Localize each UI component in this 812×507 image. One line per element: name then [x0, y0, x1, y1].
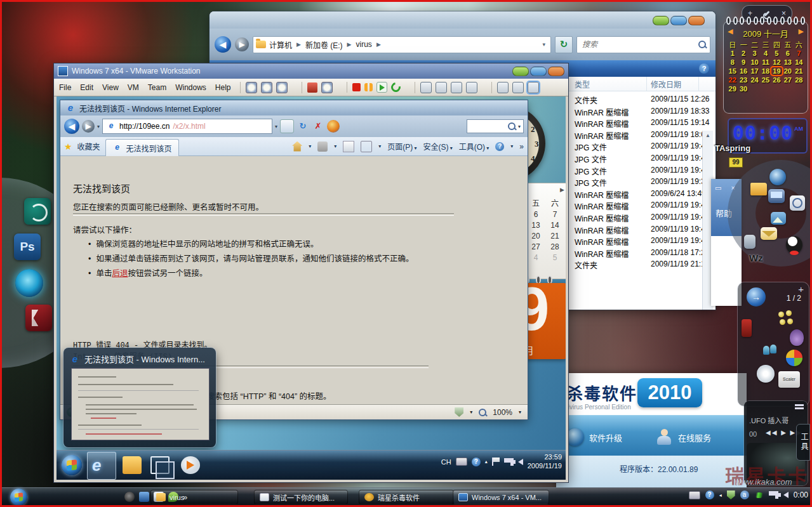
vm-calendar-next-icon[interactable]: ▶	[560, 187, 564, 193]
taskbar-button[interactable]: 瑞星杀毒软件	[359, 490, 454, 504]
rss-icon[interactable]	[317, 142, 328, 152]
calendar-date[interactable]: 28	[794, 76, 804, 84]
history-dropdown-icon[interactable]: ▾	[97, 124, 100, 129]
calendar-date[interactable]: 4	[760, 49, 771, 57]
quicklaunch-icon-2[interactable]	[139, 492, 149, 502]
calendar-date[interactable]: 8	[727, 58, 738, 66]
console-view-icon[interactable]	[420, 82, 432, 93]
help-icon[interactable]: ?	[472, 458, 481, 466]
qq-icon[interactable]	[786, 236, 802, 254]
explorer-titlebar[interactable]	[210, 11, 715, 29]
pager-next-button[interactable]: →	[747, 287, 766, 306]
power-on-icon[interactable]	[376, 82, 387, 93]
breadcrumb-segment[interactable]: virus	[354, 40, 374, 49]
maximize-button[interactable]	[530, 67, 547, 76]
calendar-date[interactable]: 17	[749, 67, 760, 75]
calendar-gadget[interactable]: ◀ 2009 十一月 ▶ 日一二三四五六 1234567891011121314…	[724, 22, 808, 113]
calendar-date[interactable]: 18	[760, 67, 771, 75]
calendar-date[interactable]: 27	[782, 76, 793, 84]
suspend-icon[interactable]	[364, 83, 373, 91]
breadcrumb-segment[interactable]: 计算机	[267, 39, 294, 50]
calendar-date[interactable]: 22	[727, 76, 738, 84]
mail-icon[interactable]	[343, 141, 354, 152]
fullscreen-icon[interactable]	[436, 82, 447, 93]
recycle-icon[interactable]	[744, 235, 755, 249]
vm-taskbar-ie[interactable]: e	[87, 452, 116, 480]
search-box[interactable]	[576, 36, 710, 53]
taskbar-button[interactable]: virus	[150, 490, 238, 504]
ie-menu[interactable]: 安全(S) ▾	[423, 141, 452, 152]
help-icon[interactable]: ?	[705, 491, 714, 499]
vm-start-button[interactable]	[62, 455, 82, 475]
ie-help-icon[interactable]: ?	[495, 142, 504, 151]
windows-tool-icon[interactable]	[786, 350, 802, 366]
vmware-menu-team[interactable]: Team	[148, 83, 166, 92]
calendar-date[interactable]: 26	[771, 76, 782, 84]
browser-icon[interactable]	[769, 169, 786, 185]
revert-snapshot-icon[interactable]	[261, 82, 272, 93]
vm-cal-date[interactable]: 6	[526, 210, 545, 219]
badge-99[interactable]: 99	[729, 157, 743, 168]
vm-taskbar-explorer[interactable]	[123, 456, 142, 474]
photoshop-icon[interactable]: Ps	[14, 234, 41, 260]
calendar-date[interactable]: 12	[771, 58, 782, 66]
back-link[interactable]: 后退	[112, 269, 128, 278]
vm-taskbar-media-player[interactable]	[181, 456, 200, 474]
address-bar[interactable]: e http://109ee.cn/x2/x.html	[102, 119, 272, 134]
vm-cal-date[interactable]: 7	[545, 210, 564, 219]
ie-back-button[interactable]: ◀	[64, 119, 79, 134]
playlist-icon[interactable]	[795, 404, 804, 411]
search-dropdown-icon[interactable]: ▾	[518, 124, 521, 129]
calendar-date[interactable]: 19	[771, 67, 782, 75]
prev-track-icon[interactable]: ◀◀	[766, 429, 778, 436]
power-off-icon[interactable]	[352, 83, 361, 91]
blue-orb-icon[interactable]	[15, 269, 43, 297]
search-icon[interactable]	[698, 41, 706, 48]
unity-icon[interactable]	[451, 82, 462, 93]
vmware-titlebar[interactable]: Windows 7 x64 - VMware Workstation	[54, 63, 568, 79]
breadcrumb-arrow-icon[interactable]: ▶	[374, 41, 383, 48]
calendar-date[interactable]: 13	[782, 58, 793, 66]
calendar-date[interactable]: 15	[727, 67, 738, 75]
compatibility-icon[interactable]	[280, 119, 294, 133]
snapshot-icon[interactable]	[246, 82, 257, 93]
multimon-icon[interactable]	[466, 82, 477, 93]
breadcrumb-arrow-icon[interactable]: ▶	[345, 41, 354, 48]
dots-tool-icon[interactable]	[777, 310, 796, 329]
vm-taskbar-windows[interactable]	[150, 456, 170, 474]
calendar-date[interactable]: 5	[771, 49, 782, 57]
image-viewer-icon[interactable]	[790, 195, 805, 211]
calendar-date[interactable]: 20	[782, 67, 793, 75]
vm-cal-date[interactable]: 21	[545, 232, 564, 240]
calendar-date[interactable]: 2	[738, 49, 749, 57]
pictures-icon[interactable]	[771, 212, 786, 225]
vm-cal-date[interactable]: 28	[545, 242, 564, 251]
calendar-date[interactable]: 3	[749, 49, 760, 57]
maximize-button[interactable]	[670, 16, 687, 25]
ie-menu[interactable]: 工具(O) ▾	[459, 141, 489, 152]
pager-add-icon[interactable]: +	[798, 284, 804, 294]
back-button[interactable]: ◀	[215, 36, 231, 53]
network-icon[interactable]	[504, 458, 514, 466]
vmware-menu-windows[interactable]: Windows	[175, 83, 206, 92]
breadcrumb-segment[interactable]: 新加卷 (E:)	[303, 39, 345, 50]
speaker-icon[interactable]	[783, 492, 789, 498]
console-tab-icon[interactable]	[528, 82, 539, 93]
summary-view-icon[interactable]	[497, 82, 509, 93]
ie-titlebar[interactable]: e 无法找到该页 - Windows Internet Explorer	[60, 100, 528, 115]
calendar-date[interactable]: 23	[738, 76, 749, 84]
calendar-date[interactable]: 6	[782, 49, 793, 57]
appliance-view-icon[interactable]	[512, 82, 524, 93]
taskbar-button[interactable]: 测试一下你的电脑...	[254, 490, 348, 504]
calendar-date[interactable]: 21	[794, 67, 804, 75]
preview-thumbnail[interactable]	[71, 368, 210, 440]
security-shield-icon[interactable]	[727, 491, 735, 499]
speaker-icon[interactable]	[518, 459, 523, 465]
explorer-help-icon[interactable]: ?	[699, 63, 709, 74]
rising-monitor-icon[interactable]	[754, 492, 764, 498]
calendar-next-icon[interactable]: ▶	[799, 27, 804, 36]
zoom-level[interactable]: 100%	[493, 408, 512, 417]
print-icon[interactable]	[361, 141, 372, 152]
calendar-date[interactable]: 9	[738, 58, 749, 66]
vm-schedule-icon[interactable]	[321, 82, 333, 93]
